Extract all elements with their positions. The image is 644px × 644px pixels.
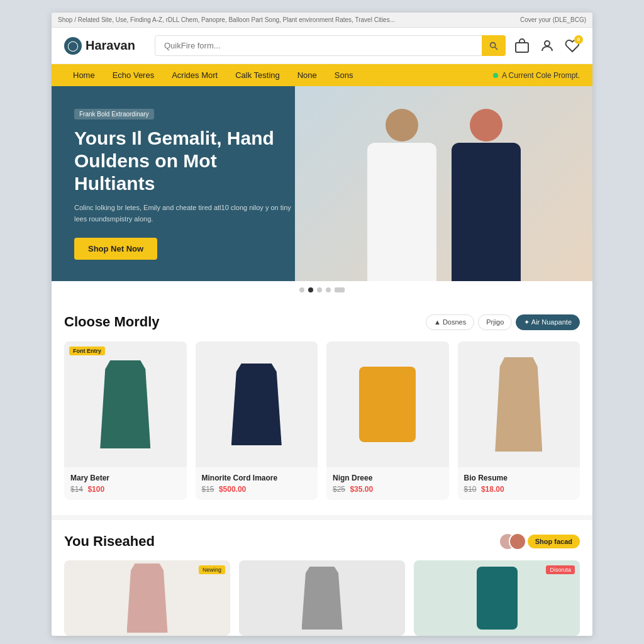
product-price-3: $25 $35.00	[333, 485, 443, 494]
yr-grid: Newing Disoruta	[64, 560, 580, 636]
product-name-2: Minorite Cord Imaore	[202, 474, 312, 482]
yr-image-2	[239, 560, 405, 636]
nav-item-home[interactable]: Home	[64, 64, 104, 86]
product-badge-1: Font Entry	[69, 347, 105, 355]
hero-section: Frank Bold Extraordinary Yours Il Gemali…	[52, 86, 592, 281]
site-nav: Home Echo Veres Acrides Mort Calk Testin…	[52, 64, 592, 86]
you-reached-title: You Riseahed	[64, 533, 155, 550]
site-header: Haravan	[52, 28, 592, 64]
filter-tabs: ▲ Dosnes Prjigo ✦ Air Nuapante	[426, 314, 580, 330]
svg-rect-2	[516, 43, 528, 52]
wishlist-badge: 0	[574, 35, 583, 44]
product-old-price-4: $10	[464, 485, 477, 494]
current-dot	[493, 73, 498, 78]
product-card-4: Bio Resume $10 $18.00	[458, 341, 580, 500]
product-name-1: Mary Beter	[70, 474, 180, 482]
header-icons: 0	[514, 38, 580, 53]
yr-cta-button[interactable]: Shop facad	[528, 535, 580, 548]
coat-icon-1	[100, 360, 150, 448]
wishlist-icon[interactable]: 0	[565, 38, 580, 53]
browser-info-right: Cover your (DLE_BCG)	[520, 16, 586, 23]
nav-current: A Current Cole Prompt.	[493, 66, 580, 85]
logo-icon	[64, 37, 82, 55]
nav-item-calk[interactable]: Calk Testing	[226, 64, 289, 86]
logo-text: Haravan	[86, 38, 135, 53]
coat-icon-2	[231, 364, 282, 445]
shirt-icon	[302, 567, 343, 630]
carousel-dot-5[interactable]	[335, 287, 345, 292]
product-new-price-2: $500.00	[219, 485, 246, 494]
product-info-1: Mary Beter $14 $100	[64, 467, 187, 500]
product-old-price-3: $25	[333, 485, 345, 494]
nav-item-sons[interactable]: Sons	[326, 64, 362, 86]
product-price-2: $15 $500.00	[202, 485, 312, 494]
you-reached-section: You Riseahed Shop facad Newing	[52, 515, 592, 636]
carousel-dot-2[interactable]	[308, 287, 313, 292]
hero-title: Yours Il Gemalit, Hand Ouldens on Mot Hu…	[74, 127, 293, 195]
hero-photo	[295, 86, 592, 281]
logo-area: Haravan	[64, 37, 146, 55]
carousel-dots	[52, 281, 592, 299]
product-card-2: Minorite Cord Imaore $15 $500.00	[196, 341, 318, 500]
product-info-3: Nign Dreee $25 $35.00	[326, 467, 449, 500]
product-image-2	[196, 341, 318, 467]
cart-icon[interactable]	[514, 38, 530, 53]
product-card-3: Nign Dreee $25 $35.00	[326, 341, 449, 500]
product-price-4: $10 $18.00	[464, 485, 574, 494]
blazer-icon	[127, 564, 168, 633]
hero-subtitle: Colinc lolking br letes, Emily and cheat…	[74, 203, 293, 225]
product-image-4	[458, 341, 580, 467]
svg-point-3	[545, 41, 550, 46]
nav-current-label: A Current Cole Prompt.	[502, 71, 580, 80]
yr-card-1: Newing	[64, 560, 230, 636]
products-section-title: Cloose Mordly	[64, 314, 160, 330]
product-image-1	[64, 341, 187, 467]
product-price-1: $14 $100	[70, 485, 180, 494]
filter-tab-dosnes[interactable]: ▲ Dosnes	[426, 314, 474, 330]
product-card-1: Font Entry Mary Beter $14 $100	[64, 341, 187, 500]
hoodie-icon	[359, 367, 416, 442]
carousel-dot-4[interactable]	[326, 287, 331, 292]
filter-tab-air[interactable]: ✦ Air Nuapante	[516, 314, 580, 330]
search-button[interactable]	[482, 35, 506, 56]
you-reached-header: You Riseahed Shop facad	[64, 533, 580, 550]
product-name-3: Nign Dreee	[333, 474, 443, 482]
yr-badge-new: Newing	[199, 565, 225, 574]
search-bar	[155, 35, 506, 56]
product-old-price-2: $15	[202, 485, 214, 494]
product-new-price-1: $100	[87, 485, 104, 494]
hero-content: Frank Bold Extraordinary Yours Il Gemali…	[52, 89, 316, 278]
product-new-price-3: $35.00	[350, 485, 373, 494]
browser-bar: Shop / Related Site, Use, Finding A-Z, r…	[52, 13, 592, 28]
hero-badge: Frank Bold Extraordinary	[74, 109, 154, 119]
hero-cta-button[interactable]: Shop Net Now	[74, 238, 157, 260]
product-name-4: Bio Resume	[464, 474, 574, 482]
nav-item-acrides[interactable]: Acrides Mort	[163, 64, 226, 86]
products-section-header: Cloose Mordly ▲ Dosnes Prjigo ✦ Air Nuap…	[64, 314, 580, 330]
search-input[interactable]	[155, 35, 506, 56]
carousel-dot-3[interactable]	[317, 287, 322, 292]
hero-image	[295, 86, 592, 281]
filter-tab-prjigo[interactable]: Prjigo	[478, 314, 512, 330]
yr-avatars	[499, 533, 523, 550]
jacket-icon	[477, 567, 518, 630]
yr-avatar-2	[509, 533, 526, 550]
products-section: Cloose Mordly ▲ Dosnes Prjigo ✦ Air Nuap…	[52, 299, 592, 515]
yr-card-3: Disoruta	[414, 560, 580, 636]
address-bar-text: Shop / Related Site, Use, Finding A-Z, r…	[58, 16, 395, 23]
svg-point-0	[491, 42, 496, 47]
nav-item-echo[interactable]: Echo Veres	[104, 64, 164, 86]
product-old-price-1: $14	[70, 485, 83, 494]
yr-card-2	[239, 560, 405, 636]
product-info-2: Minorite Cord Imaore $15 $500.00	[196, 467, 318, 500]
carousel-dot-1[interactable]	[299, 287, 304, 292]
yr-badge-dis: Disoruta	[546, 565, 575, 574]
product-info-4: Bio Resume $10 $18.00	[458, 467, 580, 500]
product-new-price-4: $18.00	[481, 485, 504, 494]
svg-line-1	[495, 47, 497, 50]
product-image-3	[326, 341, 449, 467]
coat-icon-4	[495, 357, 542, 452]
nav-item-none[interactable]: None	[289, 64, 326, 86]
product-grid: Font Entry Mary Beter $14 $100	[64, 341, 580, 500]
user-icon[interactable]	[540, 38, 555, 53]
